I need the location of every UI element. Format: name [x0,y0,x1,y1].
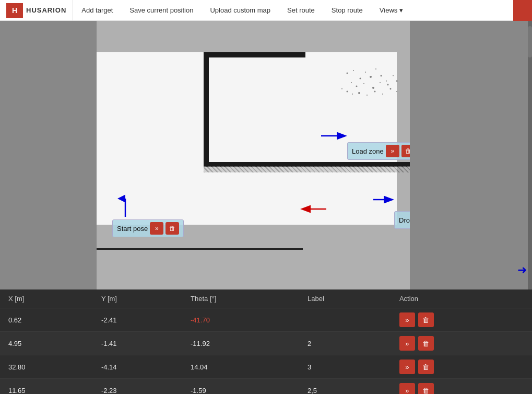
table-body: 0.62-2.41-41.70»🗑4.95-1.41-11.922»🗑32.80… [0,308,532,395]
wall-hatch [204,166,410,172]
cell-theta: -11.92 [182,332,299,355]
cell-action: »🗑 [391,332,532,355]
cell-theta: -1.59 [182,379,299,395]
drop-zone-text: Drop zone [399,216,410,224]
header: H HUSARION Add target Save current posit… [0,0,532,21]
cell-theta: 14.04 [182,355,299,379]
map-scrollbar[interactable] [528,21,532,289]
nav-upload-map[interactable]: Upload custom map [202,0,279,20]
row-go-button[interactable]: » [399,336,415,351]
nav-bar: Add target Save current position Upload … [73,0,411,20]
cell-label: 2 [299,332,391,355]
start-pose-go-button[interactable]: » [150,222,163,235]
cell-action: »🗑 [391,355,532,379]
col-header-theta: Theta [°] [182,289,299,308]
waypoints-table: X [m] Y [m] Theta [°] Label Action 0.62-… [0,289,532,394]
map-right-gray [415,21,532,289]
row-delete-button[interactable]: 🗑 [418,383,434,394]
red-corner-decoration [513,0,532,21]
wall-vertical-left [204,52,209,165]
views-label: Views [380,6,397,14]
row-delete-button[interactable]: 🗑 [418,312,434,327]
cell-y: -2.41 [93,308,182,332]
table-header-row: X [m] Y [m] Theta [°] Label Action [0,289,532,308]
row-go-button[interactable]: » [399,383,415,394]
row-delete-button[interactable]: 🗑 [418,336,434,351]
data-table-section: X [m] Y [m] Theta [°] Label Action 0.62-… [0,289,532,394]
cell-theta: -41.70 [182,308,299,332]
cell-y: -4.14 [93,355,182,379]
row-go-button[interactable]: » [399,360,415,374]
nav-add-target[interactable]: Add target [73,0,121,20]
logo-text: HUSARION [26,6,66,14]
cell-x: 4.95 [0,332,93,355]
views-chevron-icon: ▾ [399,6,403,14]
start-pose-delete-button[interactable]: 🗑 [165,222,179,235]
table-row: 0.62-2.41-41.70»🗑 [0,308,532,332]
table-row: 32.80-4.1414.043»🗑 [0,355,532,379]
start-pose-text: Start pose [117,225,148,233]
nav-set-route[interactable]: Set route [279,0,323,20]
col-header-x: X [m] [0,289,93,308]
logo-area: H HUSARION [0,0,73,20]
cell-x: 32.80 [0,355,93,379]
cell-label [299,308,391,332]
cell-label: 2,5 [299,379,391,395]
cell-action: »🗑 [391,308,532,332]
floor-line [97,248,303,250]
map-scrollbar-thumb[interactable] [528,26,532,57]
col-header-label: Label [299,289,391,308]
col-header-action: Action [391,289,532,308]
nav-stop-route[interactable]: Stop route [323,0,371,20]
load-zone-go-button[interactable]: » [386,145,399,157]
load-zone-delete-button[interactable]: 🗑 [401,145,410,157]
map-white-area [97,52,397,225]
table-row: 11.65-2.23-1.592,5»🗑 [0,379,532,395]
table-row: 4.95-1.41-11.922»🗑 [0,332,532,355]
logo-icon: H [6,3,23,18]
cell-x: 11.65 [0,379,93,395]
cell-y: -1.41 [93,332,182,355]
row-go-button[interactable]: » [399,312,415,327]
row-delete-button[interactable]: 🗑 [418,360,434,374]
cell-y: -2.23 [93,379,182,395]
wall-top-horizontal [204,52,305,57]
cell-label: 3 [299,355,391,379]
cell-x: 0.62 [0,308,93,332]
map-left-gray [0,21,97,289]
cell-action: »🗑 [391,379,532,395]
load-zone-text: Load zone [352,147,384,155]
map-container[interactable]: Load zone » 🗑 Drop zone » 🗑 Start pose »… [0,21,532,289]
map-canvas[interactable]: Load zone » 🗑 Drop zone » 🗑 Start pose »… [97,21,410,289]
nav-save-position[interactable]: Save current position [121,0,202,20]
col-header-y: Y [m] [93,289,182,308]
right-blue-arrow: ➜ [517,263,527,277]
nav-views[interactable]: Views ▾ [371,0,411,20]
